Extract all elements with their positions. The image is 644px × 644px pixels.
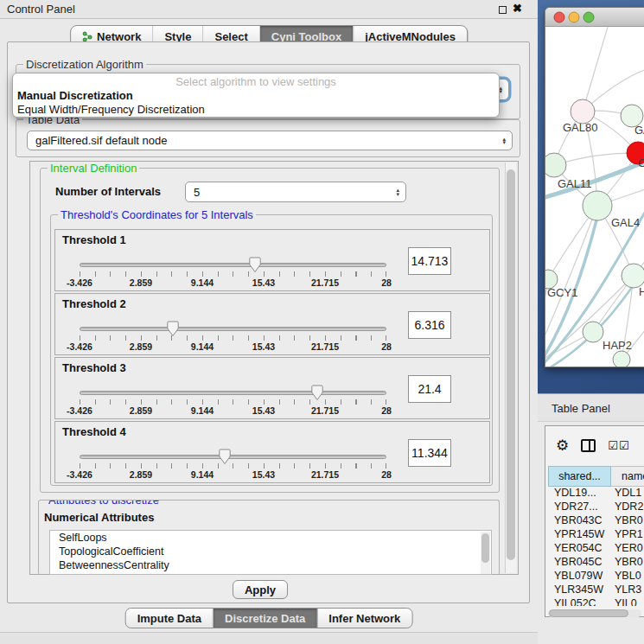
close-icon[interactable]: ✖: [513, 2, 522, 15]
tab-label: Infer Network: [328, 612, 400, 625]
tick-label: -3.426: [67, 469, 92, 480]
threshold-panel-1: Threshold 1 -3.426 2.859 9.144 15.43 21.…: [54, 229, 490, 291]
table-row[interactable]: YIL052CYIL0: [548, 597, 644, 606]
table-row[interactable]: YBR045CYBR0: [548, 556, 644, 570]
network-window-titlebar[interactable]: [545, 8, 644, 27]
node-label: GA: [634, 124, 644, 137]
tick-label: 15.43: [252, 341, 275, 352]
tick-label: 15.43: [252, 469, 275, 480]
tab-discretize-data[interactable]: Discretize Data: [214, 609, 317, 628]
number-of-intervals-label: Number of Intervals: [55, 185, 161, 198]
settings-vertical-scrollbar[interactable]: [505, 163, 516, 573]
dropdown-option-manual[interactable]: Manual Discretization: [13, 89, 499, 103]
slider-ticks: [80, 399, 386, 405]
numerical-attributes-list[interactable]: SelfLoops TopologicalCoefficient Between…: [49, 530, 492, 575]
table-row[interactable]: YBL079WYBL0: [548, 570, 644, 583]
list-item[interactable]: TopologicalCoefficient: [50, 545, 491, 558]
table-data-group: Table Data galFiltered.sif default node …: [16, 119, 520, 157]
node-label: GCY1: [547, 286, 577, 299]
slider-scale: -3.426 2.859 9.144 15.43 21.715 28: [80, 277, 386, 288]
threshold-panel-3: Threshold 3 -3.426 2.859 9.144 15.43 21.…: [54, 357, 490, 419]
node-right-mid[interactable]: [622, 264, 644, 288]
tick-label: 21.715: [311, 469, 339, 480]
combo-arrows-icon: ▴▾: [502, 137, 506, 144]
tick-label: 28: [381, 469, 392, 480]
thresholds-group: Threshold's Coordinates for 5 Intervals …: [50, 214, 493, 486]
node-gal11[interactable]: [545, 153, 566, 177]
tick-label: -3.426: [67, 405, 92, 416]
threshold-value-field[interactable]: 21.4: [408, 375, 451, 403]
table-row[interactable]: YPR145WYPR1: [548, 528, 644, 542]
dropdown-option-equal-width[interactable]: Equal Width/Frequency Discretization: [13, 103, 499, 117]
list-item[interactable]: SelfLoops: [50, 531, 491, 545]
node-table: shared... name YDL19...YDL1 YDR27...YDR2…: [548, 466, 644, 606]
tab-infer-network[interactable]: Infer Network: [317, 609, 411, 628]
tick-label: 21.715: [311, 277, 339, 288]
number-of-intervals-combobox[interactable]: 5 ▴▾: [185, 182, 406, 202]
apply-button[interactable]: Apply: [233, 580, 288, 599]
threshold-label: Threshold 4: [62, 425, 126, 438]
tick-label: 9.144: [191, 469, 214, 480]
panel-title: Control Panel: [7, 3, 75, 16]
table-row[interactable]: YLR345WYLR3: [548, 583, 644, 597]
tick-label: 28: [381, 341, 392, 352]
network-canvas[interactable]: GAL80 GA C GAL11 GAL4 GCY1 H HAP2: [545, 27, 644, 367]
tick-label: 28: [381, 277, 392, 288]
slider-ticks: [80, 463, 386, 469]
node-gal4[interactable]: [583, 191, 612, 220]
group-title: Threshold's Coordinates for 5 Intervals: [58, 208, 256, 221]
tick-label: 15.43: [252, 405, 275, 416]
dropdown-placeholder-item[interactable]: Select algorithm to view settings: [13, 73, 499, 89]
attributes-group: Attributes to discretize Numerical Attri…: [38, 500, 500, 575]
threshold-value-field[interactable]: 11.344: [408, 439, 451, 467]
tab-impute-data[interactable]: Impute Data: [126, 609, 214, 628]
group-title: Discretization Algorithm: [23, 58, 146, 71]
table-row[interactable]: YDL19...YDL1: [548, 487, 644, 501]
float-icon[interactable]: [499, 6, 507, 14]
network-view-window[interactable]: GAL80 GA C GAL11 GAL4 GCY1 H HAP2: [545, 7, 644, 367]
table-row[interactable]: YDR27...YDR2: [548, 501, 644, 514]
tick-label: 21.715: [311, 405, 339, 416]
node-label: GAL4: [611, 216, 640, 229]
threshold-value-field[interactable]: 14.713: [408, 247, 451, 275]
minimize-traffic-icon: [569, 12, 579, 22]
table-horizontal-scrollbar[interactable]: [548, 609, 641, 617]
scrollbar-thumb[interactable]: [549, 609, 628, 617]
tick-label: 15.43: [252, 277, 275, 288]
checked-columns-icon[interactable]: ☑☑: [608, 439, 629, 452]
node-label: GAL11: [558, 177, 592, 190]
node-hap2[interactable]: [583, 322, 603, 342]
list-item[interactable]: BetweennessCentrality: [50, 558, 491, 572]
tick-label: 9.144: [191, 341, 214, 352]
column-header-shared-name[interactable]: shared...: [548, 466, 611, 487]
threshold-value-field[interactable]: 6.316: [408, 311, 451, 339]
slider-ticks: [80, 271, 386, 277]
table-data-combobox[interactable]: galFiltered.sif default node ▴▾: [27, 131, 513, 150]
node-bottom[interactable]: [613, 351, 630, 367]
table-row[interactable]: YER054CYER0: [548, 542, 644, 556]
column-header-name[interactable]: name: [611, 466, 644, 487]
tick-label: -3.426: [67, 277, 92, 288]
algorithm-dropdown-popup: Select algorithm to view settings Manual…: [12, 73, 500, 118]
columns-icon[interactable]: [581, 439, 596, 452]
scrollbar-thumb[interactable]: [481, 533, 489, 563]
gear-icon[interactable]: ⚙: [556, 437, 569, 455]
threshold-slider-1[interactable]: [80, 263, 386, 267]
node-gal80[interactable]: [571, 99, 595, 124]
table-row[interactable]: YBR043CYBR0: [548, 514, 644, 528]
threshold-slider-4[interactable]: [80, 455, 386, 459]
list-scrollbar[interactable]: [481, 532, 490, 575]
threshold-label: Threshold 3: [62, 361, 126, 374]
slider-scale: -3.426 2.859 9.144 15.43 21.715 28: [80, 469, 386, 480]
tick-label: 21.715: [311, 341, 339, 352]
threshold-slider-3[interactable]: [80, 391, 386, 395]
threshold-slider-2[interactable]: [80, 327, 386, 331]
table-toolbar: ⚙ ☑☑: [545, 426, 644, 464]
node-label: GAL80: [563, 121, 597, 134]
scrollbar-thumb[interactable]: [507, 169, 515, 560]
table-panel-titlebar: Table Panel: [538, 394, 644, 422]
table-panel-title: Table Panel: [552, 402, 610, 415]
node-label: H: [639, 285, 644, 298]
intervals-count-value: 5: [194, 186, 200, 199]
network-graph: GAL80 GA C GAL11 GAL4 GCY1 H HAP2: [545, 27, 644, 367]
